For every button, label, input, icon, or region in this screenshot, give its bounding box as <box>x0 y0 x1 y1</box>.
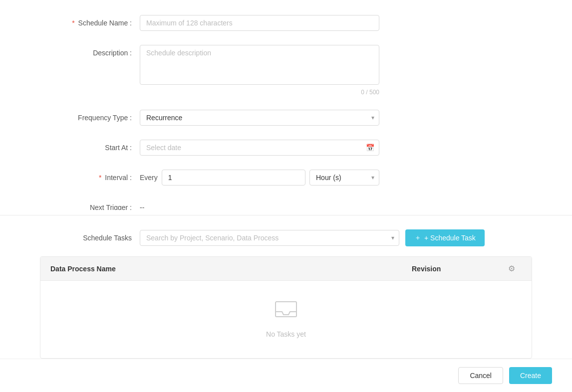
tasks-table: Data Process Name Revision ⚙ No Tasks ye… <box>40 256 532 359</box>
inbox-icon <box>274 301 298 325</box>
interval-number-input[interactable] <box>162 170 305 186</box>
interval-unit-wrapper: Hour (s) Minute (s) Day (s) ▾ <box>309 170 379 186</box>
create-button[interactable]: Create <box>509 367 552 384</box>
empty-text: No Tasks yet <box>266 330 306 338</box>
tasks-table-header: Data Process Name Revision ⚙ <box>40 257 532 281</box>
description-label: Description : <box>40 45 140 57</box>
plus-icon: ＋ <box>414 233 421 242</box>
schedule-tasks-label: Schedule Tasks <box>40 234 140 242</box>
gear-icon[interactable]: ⚙ <box>508 264 515 273</box>
schedule-tasks-search-wrapper: ▾ <box>140 230 399 246</box>
frequency-type-label: Frequency Type : <box>40 110 140 122</box>
frequency-type-select[interactable]: Recurrence Once Daily Weekly Monthly <box>140 110 379 126</box>
col-revision: Revision <box>412 265 502 273</box>
next-trigger-label: Next Trigger : <box>40 199 140 210</box>
schedule-task-button-label: + Schedule Task <box>424 234 476 242</box>
schedule-tasks-search-chevron-icon: ▾ <box>391 234 394 241</box>
schedule-tasks-search-input[interactable] <box>140 230 399 246</box>
char-count: 0 / 500 <box>140 89 379 96</box>
tasks-empty-state: No Tasks yet <box>40 281 532 358</box>
schedule-name-input[interactable] <box>140 15 379 31</box>
interval-unit-select[interactable]: Hour (s) Minute (s) Day (s) <box>309 170 379 186</box>
start-at-input-wrapper: 📅 <box>140 140 379 156</box>
footer: Cancel Create <box>0 359 572 392</box>
start-at-input[interactable] <box>140 140 379 156</box>
frequency-type-select-wrapper: Recurrence Once Daily Weekly Monthly ▾ <box>140 110 379 126</box>
cancel-button[interactable]: Cancel <box>458 367 503 384</box>
interval-every-label: Every <box>140 174 158 182</box>
col-settings: ⚙ <box>502 264 522 273</box>
start-at-label: Start At : <box>40 140 140 152</box>
description-textarea[interactable] <box>140 45 379 85</box>
next-trigger-value: -- <box>140 199 379 210</box>
schedule-name-label: * Schedule Name : <box>40 15 140 27</box>
schedule-task-button[interactable]: ＋ + Schedule Task <box>405 229 485 246</box>
calendar-icon: 📅 <box>366 144 374 152</box>
interval-label: * Interval : <box>40 170 140 182</box>
col-data-process-name: Data Process Name <box>50 265 412 273</box>
